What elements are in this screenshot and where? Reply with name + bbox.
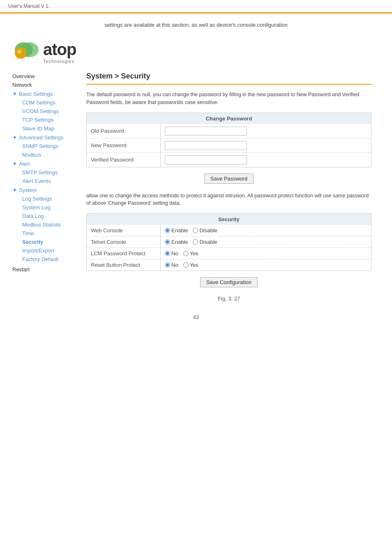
telnet-console-options: Enable Disable [161, 236, 371, 248]
save-password-container: Save Password [86, 173, 371, 184]
save-configuration-container: Save Configuration [86, 277, 371, 287]
reset-no-label[interactable]: No [165, 262, 178, 268]
old-password-label: Old Password [87, 124, 161, 139]
alert-label: Alert [19, 161, 30, 167]
sidebar-item-restart[interactable]: Restart [12, 265, 78, 274]
system-label: System [19, 187, 37, 193]
sidebar-item-overview[interactable]: Overview [12, 72, 78, 81]
logo-container: atop Technologies [12, 40, 380, 64]
sidebar-item-log-settings[interactable]: Log Settings [12, 194, 78, 203]
new-password-cell [161, 138, 371, 153]
lcm-password-protect-label: LCM Password Protect [87, 248, 161, 259]
logo-main-text: atop [43, 40, 76, 59]
sidebar-item-network[interactable]: Network [12, 81, 78, 89]
new-password-input[interactable] [165, 141, 247, 150]
lcm-password-radio-group: No Yes [165, 250, 367, 257]
table-row: Verified Password [87, 153, 371, 167]
logo-text-area: atop Technologies [43, 40, 76, 64]
save-configuration-button[interactable]: Save Configuration [200, 277, 258, 287]
basic-settings-label: Basic Settings [19, 91, 53, 97]
bullet-alert: ✦ [12, 160, 17, 167]
reset-no-radio[interactable] [165, 262, 170, 268]
verified-password-input[interactable] [165, 155, 247, 164]
lcm-password-options: No Yes [161, 248, 371, 259]
sidebar-item-slave-id-map[interactable]: Slave ID Map [12, 124, 78, 133]
sidebar-item-data-log[interactable]: Data Log [12, 212, 78, 220]
table-row: Web Console Enable Disable [87, 225, 371, 236]
sidebar-item-alert-events[interactable]: Alert Events [12, 177, 78, 185]
change-password-table-header: Change Password [87, 113, 371, 124]
sidebar-item-modbus-statistic[interactable]: Modbus Statistic [12, 220, 78, 229]
intro-text: settings are available at this section, … [104, 22, 288, 28]
sidebar-item-time[interactable]: Time [12, 229, 78, 238]
web-console-label: Web Console [87, 225, 161, 236]
reset-yes-radio[interactable] [183, 262, 189, 268]
telnet-console-disable-radio[interactable] [193, 239, 198, 245]
page-title: System > Security [86, 72, 371, 85]
header-title: User's Manual V 1. [8, 3, 50, 9]
verified-password-label: Verified Password [87, 153, 161, 167]
verified-password-cell [161, 153, 371, 167]
lcm-no-label[interactable]: No [165, 250, 178, 257]
lcm-no-radio[interactable] [165, 251, 170, 256]
main-layout: Overview Network ✦ Basic Settings COM Se… [0, 72, 392, 302]
figure-caption: Fig. 3. 27 [86, 296, 371, 302]
reset-button-options: No Yes [161, 259, 371, 271]
security-table-header: Security [87, 214, 371, 225]
reset-button-protect-label: Reset Button Protect [87, 259, 161, 271]
sidebar-item-smtp-settings[interactable]: SMTP Settings [12, 168, 78, 177]
security-description: allow one to change the access methods t… [86, 192, 371, 208]
table-row: Telnet Console Enable Disable [87, 236, 371, 248]
sidebar-item-alert[interactable]: ✦ Alert [12, 159, 78, 168]
lcm-yes-label[interactable]: Yes [183, 250, 198, 257]
sidebar-item-security[interactable]: Security [12, 238, 78, 246]
web-console-enable-radio[interactable] [165, 228, 170, 233]
sidebar-item-factory-default[interactable]: Factory Default [12, 255, 78, 264]
reset-yes-label[interactable]: Yes [183, 262, 198, 268]
change-password-description: The default password is null, you can ch… [86, 91, 371, 106]
security-table: Security Web Console Enable [86, 213, 371, 271]
telnet-console-enable-label[interactable]: Enable [165, 239, 188, 245]
content-area: System > Security The default password i… [78, 72, 380, 302]
sidebar-item-basic-settings[interactable]: ✦ Basic Settings [12, 89, 78, 98]
header-bar: User's Manual V 1. [0, 0, 392, 14]
web-console-disable-radio[interactable] [193, 228, 198, 233]
page-number: 43 [0, 314, 392, 328]
telnet-console-radio-group: Enable Disable [165, 239, 367, 245]
telnet-console-disable-label[interactable]: Disable [193, 239, 217, 245]
logo-area: atop Technologies [0, 32, 392, 72]
bullet-system: ✦ [12, 187, 17, 193]
sidebar-item-system[interactable]: ✦ System [12, 185, 78, 194]
table-row: New Password [87, 138, 371, 153]
reset-button-radio-group: No Yes [165, 262, 367, 268]
save-password-button[interactable]: Save Password [204, 173, 254, 184]
advanced-settings-label: Advanced Settings [19, 134, 63, 141]
sidebar-item-vcom-settings[interactable]: VCOM Settings [12, 107, 78, 116]
sidebar-item-modbus[interactable]: Modbus [12, 150, 78, 159]
atop-logo-icon [12, 41, 41, 63]
telnet-console-enable-radio[interactable] [165, 239, 170, 245]
web-console-radio-group: Enable Disable [165, 227, 367, 234]
web-console-enable-label[interactable]: Enable [165, 227, 188, 234]
sidebar-item-com-settings[interactable]: COM Settings [12, 98, 78, 107]
table-row: Reset Button Protect No Yes [87, 259, 371, 271]
bullet-basic: ✦ [12, 90, 17, 97]
new-password-label: New Password [87, 138, 161, 153]
sidebar-item-tcp-settings[interactable]: TCP Settings [12, 116, 78, 124]
web-console-options: Enable Disable [161, 225, 371, 236]
sidebar-item-snmp-settings[interactable]: SNMP Settings [12, 142, 78, 150]
table-row: LCM Password Protect No Yes [87, 248, 371, 259]
old-password-input[interactable] [165, 127, 247, 136]
logo-subtext: Technologies [43, 59, 76, 64]
svg-point-3 [17, 50, 21, 54]
sidebar-item-advanced-settings[interactable]: ✦ Advanced Settings [12, 133, 78, 142]
sidebar-item-import-export[interactable]: Import/Export [12, 246, 78, 255]
old-password-cell [161, 124, 371, 139]
page-intro: settings are available at this section, … [0, 14, 392, 32]
web-console-disable-label[interactable]: Disable [193, 227, 217, 234]
bullet-advanced: ✦ [12, 134, 17, 141]
sidebar: Overview Network ✦ Basic Settings COM Se… [12, 72, 78, 302]
telnet-console-label: Telnet Console [87, 236, 161, 248]
lcm-yes-radio[interactable] [183, 251, 189, 256]
sidebar-item-system-log[interactable]: System Log [12, 203, 78, 212]
